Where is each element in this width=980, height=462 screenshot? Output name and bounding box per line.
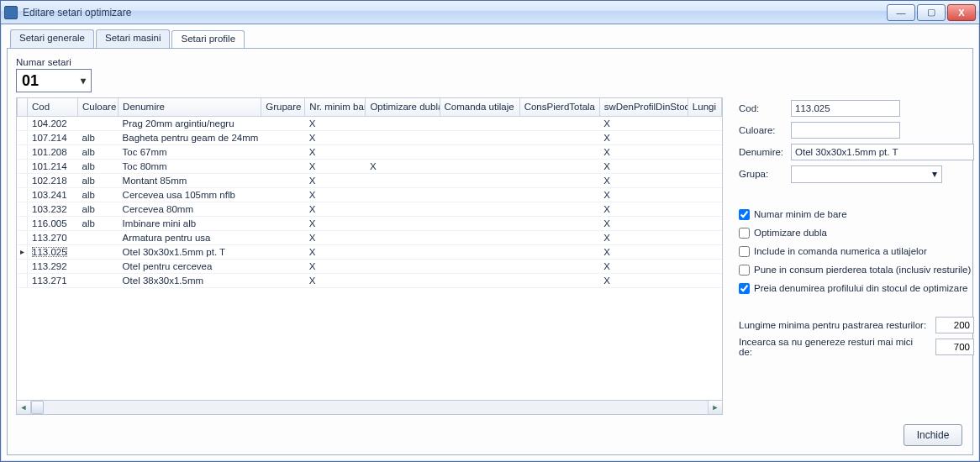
cell-nmin: X bbox=[305, 273, 366, 287]
table-row[interactable]: 104.202Prag 20mm argintiu/negruXX bbox=[18, 116, 722, 130]
col-cul[interactable]: Culoare bbox=[78, 98, 119, 116]
cell-cul bbox=[78, 116, 119, 130]
cell-cod: 113.025 bbox=[28, 244, 78, 259]
cell-swden: X bbox=[599, 173, 688, 187]
table-row[interactable]: 103.232albCercevea 80mmXX bbox=[18, 202, 722, 216]
row-indicator bbox=[18, 273, 28, 287]
num-input-1[interactable] bbox=[935, 339, 974, 355]
culoare-field[interactable] bbox=[791, 122, 900, 139]
cell-cons bbox=[519, 273, 599, 287]
cell-cutil bbox=[440, 216, 519, 230]
checkbox-4[interactable] bbox=[739, 283, 750, 294]
cell-den: Cercevea usa 105mm nflb bbox=[119, 187, 261, 202]
cell-odub bbox=[366, 273, 440, 287]
col-den[interactable]: Denumire bbox=[119, 98, 261, 116]
tab-setari-profile[interactable]: Setari profile bbox=[171, 30, 245, 49]
check-3: Pune in consum pierderea totala (inclusi… bbox=[739, 260, 974, 279]
maximize-button[interactable]: ▢ bbox=[917, 4, 946, 21]
cell-den: Armatura pentru usa bbox=[119, 230, 261, 244]
cell-odub bbox=[366, 244, 440, 259]
titlebar[interactable]: Editare setari optimizare — ▢ X bbox=[1, 1, 979, 24]
cell-swden: X bbox=[599, 273, 688, 287]
horizontal-scrollbar[interactable]: ◄ ► bbox=[16, 401, 723, 415]
denumire-field[interactable] bbox=[791, 144, 974, 160]
tab-setari-generale[interactable]: Setari generale bbox=[10, 29, 94, 48]
cell-grp bbox=[261, 144, 305, 159]
cell-cons bbox=[519, 187, 599, 202]
scroll-right-icon[interactable]: ► bbox=[708, 401, 722, 414]
inchide-button[interactable]: Inchide bbox=[904, 424, 962, 446]
table-row[interactable]: 113.271Otel 38x30x1.5mmXX bbox=[18, 273, 722, 287]
profiles-grid[interactable]: CodCuloareDenumireGrupareNr. minim bareO… bbox=[16, 97, 723, 401]
cell-odub bbox=[366, 116, 440, 130]
cell-cod: 104.202 bbox=[28, 116, 78, 130]
cell-grp bbox=[261, 173, 305, 187]
cell-cul bbox=[78, 244, 119, 259]
col-lungi[interactable]: Lungi bbox=[688, 98, 721, 116]
checkbox-3[interactable] bbox=[739, 265, 750, 276]
checkboxes: Numar minim de bareOptimizare dublaInclu… bbox=[739, 205, 974, 297]
col-nmin[interactable]: Nr. minim bare bbox=[305, 98, 366, 116]
scroll-left-icon[interactable]: ◄ bbox=[17, 401, 31, 414]
cell-nmin: X bbox=[305, 159, 366, 173]
col-odub[interactable]: Optimizare dubla bbox=[366, 98, 440, 116]
cell-swden: X bbox=[599, 116, 688, 130]
cell-cul: alb bbox=[78, 159, 119, 173]
cell-lungi bbox=[688, 159, 721, 173]
num-label-0: Lungime minima pentru pastrarea resturil… bbox=[739, 320, 929, 330]
check-4: Preia denumirea profilului din stocul de… bbox=[739, 279, 974, 297]
cell-cod: 107.214 bbox=[28, 130, 78, 144]
numar-setari-value: 01 bbox=[22, 72, 39, 90]
cell-swden: X bbox=[599, 216, 688, 230]
col-grp[interactable]: Grupare bbox=[261, 98, 305, 116]
cell-nmin: X bbox=[305, 244, 366, 259]
scroll-thumb[interactable] bbox=[31, 401, 44, 414]
check-label-1: Optimizare dubla bbox=[754, 228, 827, 238]
minimize-button[interactable]: — bbox=[887, 4, 915, 21]
tab-setari-masini[interactable]: Setari masini bbox=[96, 29, 170, 48]
cell-nmin: X bbox=[305, 173, 366, 187]
cell-cod: 103.241 bbox=[28, 187, 78, 202]
cell-lungi bbox=[688, 273, 721, 287]
window: Editare setari optimizare — ▢ X Setari g… bbox=[0, 0, 980, 462]
culoare-label: Culoare: bbox=[739, 125, 791, 135]
checkbox-0[interactable] bbox=[739, 209, 750, 220]
row-indicator bbox=[18, 187, 28, 202]
table-row[interactable]: ▸113.025Otel 30x30x1.5mm pt. TXX bbox=[18, 244, 722, 259]
numar-setari-combo[interactable]: 01 ▾ bbox=[16, 69, 92, 92]
table-row[interactable]: 113.270Armatura pentru usaXX bbox=[18, 230, 722, 244]
table-row[interactable]: 113.292Otel pentru cerceveaXX bbox=[18, 259, 722, 273]
table-row[interactable]: 116.005albImbinare mini albXX bbox=[18, 216, 722, 230]
checkbox-2[interactable] bbox=[739, 246, 750, 257]
col-cons[interactable]: ConsPierdTotala bbox=[519, 98, 599, 116]
cell-cutil bbox=[440, 159, 519, 173]
numrow-1: Incearca sa nu genereze resturi mai mici… bbox=[739, 336, 974, 358]
table-row[interactable]: 101.214albToc 80mmXXX bbox=[18, 159, 722, 173]
table-row[interactable]: 102.218albMontant 85mmXX bbox=[18, 173, 722, 187]
close-button[interactable]: X bbox=[947, 4, 976, 21]
cod-field[interactable] bbox=[791, 100, 900, 117]
check-label-3: Pune in consum pierderea totala (inclusi… bbox=[754, 265, 971, 275]
table-row[interactable]: 107.214albBagheta pentru geam de 24mmXX bbox=[18, 130, 722, 144]
check-label-4: Preia denumirea profilului din stocul de… bbox=[754, 283, 967, 293]
cell-lungi bbox=[688, 116, 721, 130]
checkbox-1[interactable] bbox=[739, 228, 750, 239]
scroll-track[interactable] bbox=[31, 401, 708, 414]
table-row[interactable]: 103.241albCercevea usa 105mm nflbXX bbox=[18, 187, 722, 202]
row-indicator: ▸ bbox=[18, 244, 28, 259]
cell-swden: X bbox=[599, 187, 688, 202]
numeric-fields: Lungime minima pentru pastrarea resturil… bbox=[739, 314, 974, 358]
col-swden[interactable]: swDenProfilDinStoc bbox=[599, 98, 688, 116]
table-row[interactable]: 101.208albToc 67mmXX bbox=[18, 144, 722, 159]
cell-den: Bagheta pentru geam de 24mm bbox=[119, 130, 261, 144]
cell-den: Otel 38x30x1.5mm bbox=[119, 273, 261, 287]
cell-cul: alb bbox=[78, 216, 119, 230]
col-cod[interactable]: Cod bbox=[28, 98, 78, 116]
num-input-0[interactable] bbox=[935, 317, 974, 333]
cell-grp bbox=[261, 187, 305, 202]
cell-cod: 113.271 bbox=[28, 273, 78, 287]
grupa-dropdown[interactable]: ▾ bbox=[791, 165, 942, 183]
col-cutil[interactable]: Comanda utilaje bbox=[440, 98, 519, 116]
cell-den: Toc 67mm bbox=[119, 144, 261, 159]
cell-lungi bbox=[688, 230, 721, 244]
